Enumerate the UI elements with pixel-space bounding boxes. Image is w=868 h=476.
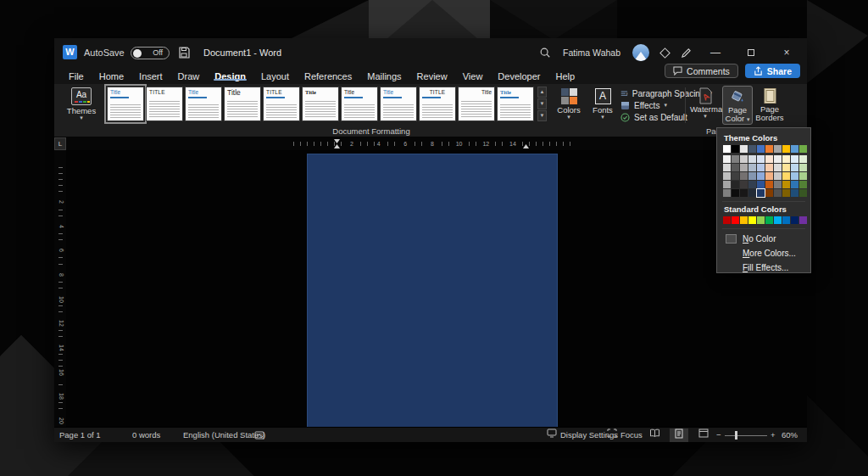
style-set-thumbnail[interactable]: TITLE	[419, 87, 456, 121]
color-swatch[interactable]	[748, 145, 756, 153]
color-swatch[interactable]	[799, 155, 807, 163]
color-swatch[interactable]	[799, 164, 807, 171]
focus-button[interactable]: Focus	[607, 428, 643, 443]
ribbon-tab[interactable]: Insert	[131, 71, 170, 81]
color-swatch[interactable]	[732, 164, 739, 171]
color-swatch[interactable]	[757, 181, 765, 188]
color-swatch[interactable]	[748, 164, 756, 171]
zoom-out-button[interactable]: −	[716, 428, 721, 443]
color-swatch[interactable]	[782, 216, 790, 224]
color-swatch[interactable]	[765, 189, 773, 197]
color-swatch[interactable]	[723, 164, 731, 171]
color-swatch[interactable]	[748, 172, 756, 180]
gallery-scroll-button[interactable]: ▲	[537, 87, 547, 98]
color-swatch[interactable]	[765, 145, 773, 153]
ribbon-tab[interactable]: Home	[92, 71, 131, 81]
zoom-in-button[interactable]: +	[771, 428, 776, 443]
style-set-thumbnail[interactable]: TITLE	[263, 87, 300, 121]
zoom-slider-thumb[interactable]	[735, 431, 737, 440]
color-swatch[interactable]	[757, 145, 765, 153]
color-swatch[interactable]	[791, 164, 798, 171]
color-swatch[interactable]	[774, 155, 782, 163]
color-swatch[interactable]	[799, 181, 807, 188]
color-swatch[interactable]	[740, 216, 748, 224]
fonts-button[interactable]: A Fonts ▾	[588, 87, 617, 120]
color-swatch[interactable]	[723, 216, 731, 224]
ribbon-tab[interactable]: View	[455, 71, 491, 81]
language-status[interactable]: English (United States)	[183, 428, 265, 443]
avatar[interactable]	[632, 44, 649, 61]
color-swatch[interactable]	[757, 216, 765, 224]
ribbon-tab[interactable]: Developer	[490, 71, 548, 81]
diamond-icon[interactable]	[659, 48, 670, 59]
page-borders-button[interactable]: PageBorders	[754, 86, 785, 125]
color-swatch[interactable]	[757, 155, 765, 163]
share-button[interactable]: Share	[745, 64, 800, 78]
color-swatch[interactable]	[748, 216, 756, 224]
ribbon-tab[interactable]: Review	[409, 71, 455, 81]
document-page[interactable]	[307, 154, 558, 427]
word-count-status[interactable]: 0 words	[132, 428, 160, 443]
web-layout-button[interactable]	[694, 428, 713, 442]
maximize-button[interactable]	[739, 47, 763, 59]
color-swatch[interactable]	[791, 216, 798, 224]
no-color-item[interactable]: No Color	[722, 232, 805, 246]
color-swatch[interactable]	[799, 216, 807, 224]
color-swatch[interactable]	[799, 172, 807, 180]
color-swatch[interactable]	[765, 164, 773, 171]
ribbon-tab[interactable]: Mailings	[359, 71, 409, 81]
color-swatch[interactable]	[723, 172, 731, 180]
color-swatch[interactable]	[774, 172, 782, 180]
color-swatch[interactable]	[774, 145, 782, 153]
save-icon[interactable]	[178, 47, 190, 59]
color-swatch[interactable]	[740, 164, 748, 171]
color-swatch[interactable]	[757, 189, 765, 197]
ribbon-tab[interactable]: Help	[548, 71, 582, 81]
colors-button[interactable]: Colors ▾	[553, 87, 585, 120]
close-button[interactable]: ×	[775, 47, 798, 59]
gallery-scroll-button[interactable]: ▼	[537, 110, 547, 121]
gallery-scroll-button[interactable]: ▼	[537, 98, 547, 109]
more-colors-item[interactable]: More Colors...	[722, 246, 805, 260]
color-swatch[interactable]	[723, 189, 731, 197]
user-name[interactable]: Fatima Wahab	[563, 48, 620, 58]
color-swatch[interactable]	[774, 181, 782, 188]
color-swatch[interactable]	[782, 145, 790, 153]
color-swatch[interactable]	[799, 189, 807, 197]
ribbon-tab[interactable]: References	[297, 71, 359, 81]
ribbon-tab[interactable]: Design	[207, 71, 253, 81]
pencil-icon[interactable]	[681, 48, 692, 59]
color-swatch[interactable]	[723, 181, 731, 188]
color-swatch[interactable]	[732, 145, 739, 153]
color-swatch[interactable]	[732, 216, 739, 224]
color-swatch[interactable]	[765, 172, 773, 180]
style-set-thumbnail[interactable]: Title	[497, 87, 534, 121]
color-swatch[interactable]	[740, 181, 748, 188]
horizontal-ruler[interactable]: L 2468101214	[54, 137, 807, 150]
autosave-toggle[interactable]: Off	[131, 47, 170, 59]
color-swatch[interactable]	[774, 216, 782, 224]
print-layout-button[interactable]	[670, 428, 688, 442]
color-swatch[interactable]	[791, 145, 798, 153]
search-icon[interactable]	[539, 47, 551, 59]
ribbon-tab[interactable]: Layout	[253, 71, 297, 81]
style-set-thumbnail[interactable]: Title	[458, 87, 495, 121]
style-set-thumbnail[interactable]: Title	[224, 87, 261, 121]
style-set-thumbnail[interactable]: TITLE	[146, 87, 183, 121]
color-swatch[interactable]	[791, 181, 798, 188]
style-set-thumbnail[interactable]: Title	[341, 87, 378, 121]
document-canvas[interactable]: 2468101214161820	[54, 150, 807, 427]
color-swatch[interactable]	[757, 172, 765, 180]
color-swatch[interactable]	[732, 189, 739, 197]
color-swatch[interactable]	[782, 172, 790, 180]
themes-button[interactable]: Aa Themes ▾	[61, 87, 102, 125]
color-swatch[interactable]	[757, 164, 765, 171]
read-mode-button[interactable]	[645, 428, 664, 442]
color-swatch[interactable]	[723, 155, 731, 163]
page-color-button[interactable]: PageColor ▾	[722, 86, 753, 125]
minimize-button[interactable]: —	[704, 47, 727, 59]
color-swatch[interactable]	[774, 164, 782, 171]
color-swatch[interactable]	[791, 155, 798, 163]
tab-selector[interactable]: L	[54, 137, 66, 150]
ribbon-tab[interactable]: File	[61, 71, 92, 81]
